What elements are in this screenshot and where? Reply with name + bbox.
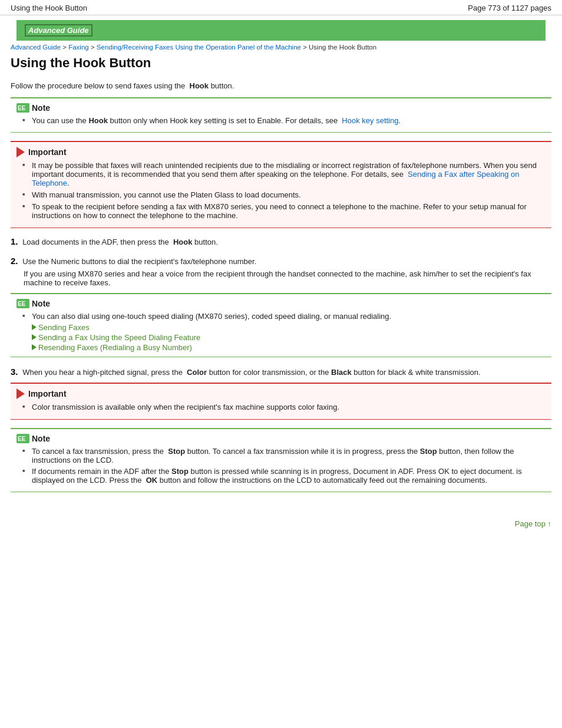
important-item-2-1: Color transmission is available only whe…	[22, 403, 546, 411]
note-label-3: Note	[32, 434, 50, 443]
important-label-1: Important	[28, 147, 67, 157]
note-link-row-1: Sending Faxes	[32, 323, 546, 332]
speed-dialing-link[interactable]: Sending a Fax Using the Speed Dialing Fe…	[38, 333, 200, 342]
note-box-3: EE Note To cancel a fax transmission, pr…	[11, 428, 551, 492]
important-item-1-1: It may be possible that faxes will reach…	[22, 161, 546, 187]
breadcrumb-link-faxing[interactable]: Faxing	[68, 44, 89, 51]
breadcrumb-link-advanced-guide[interactable]: Advanced Guide	[11, 44, 61, 51]
advanced-guide-banner: Advanced Guide	[16, 20, 546, 41]
note-link-row-2: Sending a Fax Using the Speed Dialing Fe…	[32, 333, 546, 342]
svg-text:EE: EE	[18, 105, 26, 111]
top-bar: Using the Hook Button Page 773 of 1127 p…	[0, 0, 562, 15]
window-title: Using the Hook Button	[11, 4, 87, 12]
important-arrow-icon-2	[16, 388, 25, 399]
note-icon-2: EE	[16, 299, 29, 308]
important-item-1-2: With manual transmission, you cannot use…	[22, 190, 546, 199]
step-desc-2: If you are using MX870 series and hear a…	[24, 269, 551, 287]
note-header-3: EE Note	[16, 434, 546, 443]
sending-faxes-link[interactable]: Sending Faxes	[38, 323, 90, 332]
green-arrow-icon-2	[32, 334, 37, 340]
hook-key-setting-link[interactable]: Hook key setting	[342, 116, 398, 125]
note-item-2-1: You can also dial using one-touch speed …	[22, 312, 546, 321]
breadcrumb-link-sending-receiving[interactable]: Sending/Receiving Faxes Using the Operat…	[97, 44, 301, 51]
note-body-2: You can also dial using one-touch speed …	[16, 312, 546, 352]
note-body-1: You can use the Hook button only when Ho…	[16, 116, 546, 125]
page-title: Using the Hook Button	[11, 55, 551, 73]
svg-text:EE: EE	[18, 301, 26, 307]
important-header-1: Important	[16, 147, 546, 157]
note-link-row-3: Resending Faxes (Redialing a Busy Number…	[32, 343, 546, 352]
breadcrumb: Advanced Guide > Faxing > Sending/Receiv…	[0, 41, 562, 55]
note-body-3: To cancel a fax transmission, press the …	[16, 447, 546, 485]
green-arrow-icon-3	[32, 344, 37, 350]
advanced-guide-label: Advanced Guide	[25, 24, 92, 37]
sending-fax-after-speaking-link[interactable]: Sending a Fax after Speaking on Telephon…	[32, 170, 519, 187]
note-item-3-2: If documents remain in the ADF after the…	[22, 467, 546, 485]
page-info: Page 773 of 1127 pages	[468, 4, 551, 12]
note-label-1: Note	[32, 103, 50, 113]
resending-faxes-link[interactable]: Resending Faxes (Redialing a Busy Number…	[38, 343, 192, 352]
intro-paragraph: Follow the procedure below to send faxes…	[11, 81, 551, 90]
step-text-3: When you hear a high-pitched signal, pre…	[22, 368, 481, 377]
note-item-1: You can use the Hook button only when Ho…	[22, 116, 546, 125]
main-content: Using the Hook Button Follow the procedu…	[0, 55, 562, 513]
important-arrow-icon-1	[16, 147, 25, 157]
green-arrow-icon-1	[32, 324, 37, 330]
step-number-3: 3.	[11, 367, 18, 377]
step-1: 1. Load documents in the ADF, then press…	[11, 236, 551, 246]
step-2: 2. Use the Numeric buttons to dial the r…	[11, 256, 551, 357]
important-label-2: Important	[28, 389, 67, 398]
advanced-guide-banner-wrapper: Advanced Guide	[8, 20, 554, 41]
note-links-2: Sending Faxes Sending a Fax Using the Sp…	[16, 323, 546, 352]
step-number-2: 2.	[11, 256, 18, 266]
step-number-1: 1.	[11, 236, 18, 246]
important-header-2: Important	[16, 388, 546, 399]
note-header-1: EE Note	[16, 103, 546, 113]
step-text-1: Load documents in the ADF, then press th…	[22, 238, 218, 246]
important-box-2: Important Color transmission is availabl…	[11, 383, 551, 420]
important-box-1: Important It may be possible that faxes …	[11, 141, 551, 228]
note-icon-1: EE	[16, 103, 29, 113]
note-item-3-1: To cancel a fax transmission, press the …	[22, 447, 546, 465]
note-header-2: EE Note	[16, 299, 546, 308]
important-body-1: It may be possible that faxes will reach…	[16, 161, 546, 220]
note-label-2: Note	[32, 299, 50, 308]
page-top-section: Page top ↑	[0, 513, 562, 534]
step-3: 3. When you hear a high-pitched signal, …	[11, 367, 551, 492]
step-text-2: Use the Numeric buttons to dial the reci…	[22, 257, 256, 266]
important-item-1-3: To speak to the recipient before sending…	[22, 202, 546, 220]
note-box-2: EE Note You can also dial using one-touc…	[11, 293, 551, 357]
note-icon-3: EE	[16, 434, 29, 443]
svg-text:EE: EE	[18, 436, 26, 442]
page-top-link[interactable]: Page top ↑	[515, 519, 551, 528]
note-box-1: EE Note You can use the Hook button only…	[11, 97, 551, 133]
important-body-2: Color transmission is available only whe…	[16, 403, 546, 411]
